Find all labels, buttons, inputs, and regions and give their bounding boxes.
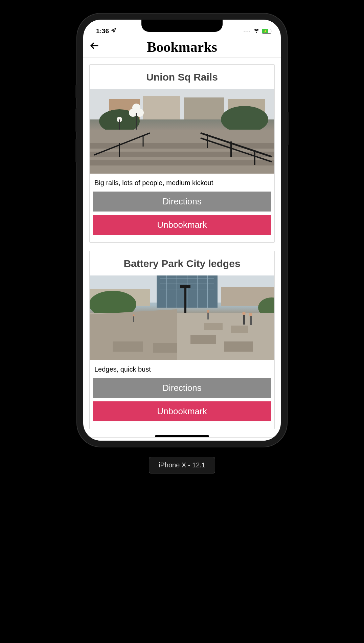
content-scroll[interactable]: Union Sq Rails: [83, 58, 281, 441]
bookmark-card: Battery Park City ledges: [89, 251, 275, 429]
unbookmark-button[interactable]: Unbookmark: [93, 215, 271, 235]
bookmark-card: Union Sq Rails: [89, 64, 275, 243]
screen: 1:36 •••• ⚡ Bookmarks: [83, 20, 281, 441]
directions-button[interactable]: Directions: [93, 378, 271, 398]
svg-rect-44: [113, 341, 143, 352]
card-image[interactable]: [90, 89, 274, 174]
battery-icon: ⚡: [262, 29, 271, 34]
notch: [141, 20, 223, 32]
svg-rect-17: [90, 160, 274, 165]
status-left: 1:36: [96, 27, 116, 35]
device-frame: 1:36 •••• ⚡ Bookmarks: [77, 14, 287, 447]
status-time: 1:36: [96, 27, 109, 35]
svg-rect-46: [190, 335, 216, 344]
bookmark-card: [89, 437, 275, 441]
svg-rect-11: [136, 113, 137, 130]
svg-rect-47: [224, 341, 253, 352]
unbookmark-button[interactable]: Unbookmark: [93, 401, 271, 421]
svg-rect-48: [204, 323, 223, 330]
directions-button[interactable]: Directions: [93, 192, 271, 212]
card-description: Big rails, lots of people, medium kickou…: [90, 174, 274, 192]
svg-rect-54: [207, 312, 209, 319]
volume-up-button: [75, 108, 77, 132]
page-title: Bookmarks: [89, 39, 275, 55]
home-indicator[interactable]: [155, 435, 209, 437]
svg-rect-49: [231, 326, 248, 333]
svg-point-57: [133, 314, 135, 316]
nav-bar: Bookmarks: [83, 37, 281, 58]
svg-rect-50: [243, 314, 245, 325]
svg-rect-16: [90, 152, 274, 157]
svg-point-7: [221, 106, 268, 133]
card-description: Ledges, quick bust: [90, 360, 274, 378]
svg-rect-13: [119, 119, 120, 131]
card-title: Battery Park City ledges: [90, 251, 274, 275]
svg-rect-56: [133, 316, 134, 322]
location-arrow-icon: [111, 27, 116, 35]
svg-point-53: [249, 313, 252, 316]
svg-rect-52: [250, 315, 252, 325]
svg-rect-4: [184, 97, 224, 119]
wifi-icon: [253, 27, 260, 36]
svg-rect-3: [143, 96, 180, 119]
mute-switch: [75, 85, 77, 98]
svg-point-55: [207, 310, 209, 313]
card-image[interactable]: [90, 275, 274, 360]
power-button: [287, 112, 289, 146]
volume-down-button: [75, 139, 77, 162]
battery-charging-icon: ⚡: [262, 29, 268, 33]
svg-rect-45: [153, 343, 177, 353]
svg-rect-41: [180, 285, 190, 288]
svg-point-51: [242, 312, 246, 315]
svg-point-10: [132, 104, 140, 112]
cellular-icon: ••••: [244, 29, 251, 33]
status-right: •••• ⚡: [244, 27, 271, 36]
device-label: iPhone X - 12.1: [149, 457, 215, 473]
back-button[interactable]: [89, 41, 99, 53]
card-title: Union Sq Rails: [90, 65, 274, 89]
